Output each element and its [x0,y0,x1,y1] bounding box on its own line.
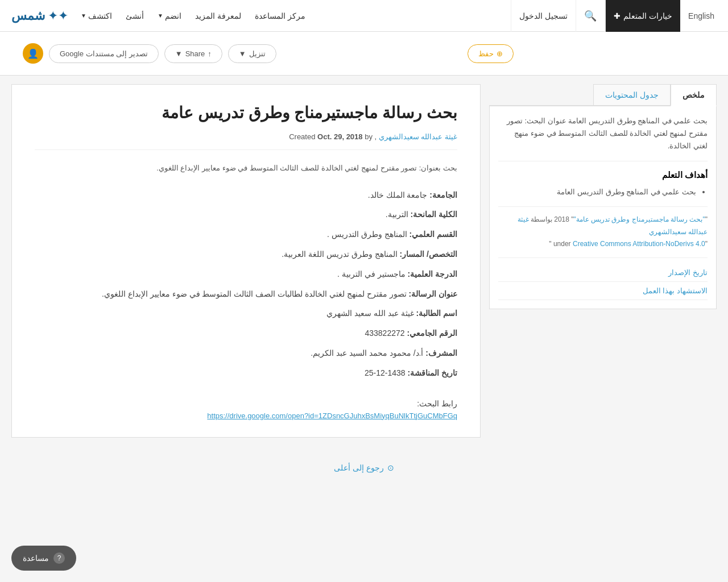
google-export-button[interactable]: تصدير إلى مستندات Google [49,44,159,63]
learning-goals-list: بحث علمي في المناهج وطرق التدريس العامة [498,186,708,198]
avatar-button[interactable]: 👤 [23,43,43,64]
article-field: الكلية المانحة: التربية. [35,206,457,223]
chevron-down-icon-4: ▼ [175,49,183,58]
field-label: اسم الطالبة: [414,309,457,318]
tab-contents-label: جدول المحتويات [605,90,659,99]
avatar-icon: 👤 [27,48,39,59]
field-label: الرقم الجامعي: [405,329,457,338]
article-field: تاريخ المناقشة: 1438-12-25 [35,364,457,382]
field-label: الدرجة العلمية: [406,269,457,278]
field-value: تصور مقترح لمنهج لغتي الخالدة لطالبات ال… [102,289,406,298]
share-icon: ↑ [208,49,212,58]
attribution-title-link[interactable]: "بحث رسالة ماجستيرمناج وطرق تدريس عامة" [574,215,705,223]
field-label: المشرف: [423,348,457,357]
nav-help-center[interactable]: مركز المساعدة [248,0,312,32]
attribution-year: 2018 بواسطة [531,215,569,223]
footer-bar: ⊙ رجوع إلى أعلى [0,452,728,484]
download-label: تنزيل [249,49,266,58]
field-value: ماجستير في التربية . [337,269,406,278]
top-navigation: English خيارات المتعلم ✚ 🔍 تسجيل الدخول … [0,0,728,32]
chevron-down-icon: ▼ [158,13,163,19]
attribution-block: ""بحث رسالة ماجستيرمناج وطرق تدريس عامة"… [498,206,708,258]
chevron-down-icon-2: ▼ [81,13,86,19]
article-fields: الجامعة: جامعة الملك خالد.الكلية المانحة… [35,186,457,382]
field-label: التخصص/ المسار: [398,250,457,259]
nav-login[interactable]: تسجيل الدخول [511,0,576,32]
sidebar: ملخص جدول المحتويات بحث علمي في المناهج … [489,84,717,438]
article-link[interactable]: https://drive.google.com/open?id=1ZDsncG… [207,411,457,420]
nav-create[interactable]: أنشئ [119,0,151,32]
nav-right-group: مركز المساعدة لمعرفة المزيد انضم ▼ أنشئ … [6,0,312,32]
nav-learner-options[interactable]: خيارات المتعلم ✚ [605,0,680,32]
action-bar-inner: ⊕ حفظ تنزيل ▼ ↑ Share ▼ تصدير إلى مستندا… [11,38,717,69]
save-label: حفظ [478,49,494,58]
nav-discover-label: اكتشف [88,11,112,20]
back-to-top-icon: ⊙ [387,463,394,472]
article-meta: غيثة عبدالله سعيد‌الشهري , Created Oct. … [35,132,457,150]
logo-icon: ✦✦ [48,9,68,23]
field-value: التربية. [386,210,408,219]
nav-search[interactable]: 🔍 [576,0,605,32]
nav-learn-more[interactable]: لمعرفة المزيد [188,0,248,32]
action-bar: ⊕ حفظ تنزيل ▼ ↑ Share ▼ تصدير إلى مستندا… [0,32,728,76]
chevron-down-icon-3: ▼ [239,49,246,58]
field-value: جامعة الملك خالد. [368,190,428,199]
save-icon: ⊕ [497,49,503,58]
article-field: المشرف: أ.د/ محمود محمد السيد عبد الكريم… [35,344,457,362]
attribution-title: ""بحث رسالة ماجستيرمناج وطرق تدريس عامة"… [571,215,708,223]
action-right-group: تنزيل ▼ ↑ Share ▼ تصدير إلى مستندات Goog… [23,43,276,64]
article-author-link[interactable]: غيثة عبدالله سعيد‌الشهري [379,132,457,141]
field-label: تاريخ المناقشة: [406,368,457,377]
share-label: Share [185,49,205,58]
search-icon: 🔍 [584,10,597,22]
nav-discover[interactable]: اكتشف ▼ [74,0,119,32]
learning-goals-title: أهداف التعلم [498,170,708,180]
tab-summary[interactable]: ملخص [671,84,717,106]
attribution-close-quote: " [549,240,551,248]
article-meta-separator: , [373,132,377,141]
field-value: غيثة عبد الله سعيد الشهري [326,309,414,318]
article-panel: بحث رسالة ماجستيرمناج وطرق تدريس عامة غي… [11,84,481,438]
article-field: الجامعة: جامعة الملك خالد. [35,186,457,204]
nav-join-label: انضم [165,11,181,20]
download-button[interactable]: تنزيل ▼ [228,44,276,63]
article-created-label: Created [289,132,315,141]
cite-link[interactable]: الاستشهاد بهذا العمل [498,282,708,300]
release-date-link[interactable]: تاريخ الإصدار [498,264,708,282]
google-export-label: تصدير إلى مستندات Google [60,49,148,58]
field-label: عنوان الرسالة: [407,289,457,298]
attribution-license-link[interactable]: Creative Commons Attribution-NoDerivs 4.… [573,240,705,248]
action-center-group: ⊕ حفظ [276,44,705,63]
nav-english[interactable]: English [680,0,722,32]
article-by: by [365,132,373,141]
field-value: أ.د/ محمود محمد السيد عبد الكريم. [311,348,423,357]
site-logo[interactable]: ✦✦ شمس [6,9,74,23]
list-item: بحث علمي في المناهج وطرق التدريس العامة [498,186,696,198]
nav-learner-options-label: خيارات المتعلم [623,11,672,20]
back-to-top-link[interactable]: ⊙ رجوع إلى أعلى [334,463,394,472]
field-value: 1438-12-25 [365,368,406,377]
article-field: الدرجة العلمية: ماجستير في التربية . [35,265,457,283]
share-button[interactable]: ↑ Share ▼ [164,44,222,63]
article-field: عنوان الرسالة: تصور مقترح لمنهج لغتي الخ… [35,285,457,303]
nav-left-group: English خيارات المتعلم ✚ 🔍 تسجيل الدخول [511,0,722,32]
field-value: 433822272 [365,329,404,338]
save-button[interactable]: ⊕ حفظ [468,44,514,63]
field-label: الكلية المانحة: [408,210,457,219]
article-title: بحث رسالة ماجستيرمناج وطرق تدريس عامة [35,102,457,124]
tab-contents[interactable]: جدول المحتويات [593,84,671,105]
logo-text: شمس [11,9,45,23]
sidebar-panel: بحث علمي في المناهج وطرق التدريس العامة … [489,106,717,309]
article-field: القسم العلمي: المناهج وطرق التدريس . [35,226,457,243]
field-value: المناهج وطرق التدريس . [327,230,407,239]
article-field: اسم الطالبة: غيثة عبد الله سعيد الشهري [35,305,457,322]
field-label: القسم العلمي: [407,230,457,239]
field-label: الجامعة: [427,190,457,199]
article-date: Oct. 29, 2018 [317,132,363,141]
main-content: ملخص جدول المحتويات بحث علمي في المناهج … [0,76,728,446]
link-label: رابط البحث: [35,399,457,408]
article-field: التخصص/ المسار: المناهج وطرق تدريس اللغة… [35,246,457,263]
tabs: ملخص جدول المحتويات [489,84,717,106]
article-field: الرقم الجامعي: 433822272 [35,325,457,342]
nav-join[interactable]: انضم ▼ [151,0,188,32]
